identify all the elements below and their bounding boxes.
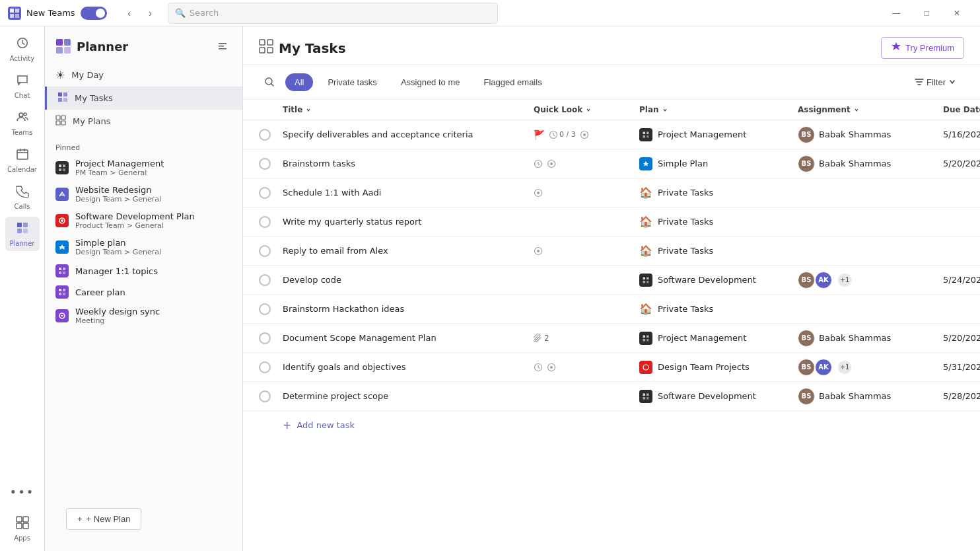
task-checkbox-7[interactable] bbox=[259, 303, 271, 315]
task-title-5[interactable]: Reply to email from Alex bbox=[283, 246, 534, 256]
nav-item-more[interactable]: ••• bbox=[5, 474, 40, 509]
tab-private[interactable]: Private tasks bbox=[318, 73, 386, 91]
sidebar-collapse-button[interactable] bbox=[213, 37, 232, 55]
tab-all[interactable]: All bbox=[285, 73, 313, 91]
new-teams-toggle[interactable] bbox=[81, 7, 107, 20]
nav-buttons: ‹ › bbox=[120, 4, 160, 22]
task-checkbox-4[interactable] bbox=[259, 216, 271, 228]
maximize-button[interactable]: □ bbox=[911, 0, 942, 26]
nav-item-chat[interactable]: Chat bbox=[5, 69, 40, 103]
avatar-9b: AK bbox=[815, 359, 832, 376]
pinned-item-wds[interactable]: Weekly design sync Meeting bbox=[45, 303, 242, 329]
task-title-6[interactable]: Develop code bbox=[283, 275, 534, 285]
task-title-8[interactable]: Document Scope Management Plan bbox=[283, 333, 534, 343]
pinned-section: Pinned Project Management PM Team > Gene… bbox=[45, 138, 242, 329]
task-title-10[interactable]: Determine project scope bbox=[283, 391, 534, 401]
apps-icon bbox=[16, 516, 29, 533]
planner-nav-icon bbox=[16, 221, 29, 238]
task-title-7[interactable]: Brainstorm Hackathon ideas bbox=[283, 304, 534, 314]
pinned-item-sp[interactable]: Simple plan Design Team > General bbox=[45, 234, 242, 260]
plan-name-7: Private Tasks bbox=[658, 304, 713, 314]
task-checkbox-2[interactable] bbox=[259, 158, 271, 170]
pinned-item-sdp[interactable]: Software Development Plan Product Team >… bbox=[45, 207, 242, 234]
clock-icon bbox=[549, 130, 558, 139]
settings-icon-1 bbox=[580, 130, 589, 139]
sidebar-item-my-tasks[interactable]: My Tasks bbox=[45, 87, 242, 110]
task-checkbox-6[interactable] bbox=[259, 274, 271, 286]
svg-rect-17 bbox=[56, 47, 63, 54]
svg-rect-37 bbox=[59, 272, 61, 274]
plan-cell-8: Project Management bbox=[639, 332, 798, 345]
task-checkbox-1[interactable] bbox=[259, 129, 271, 141]
sdp-name: Software Development Plan bbox=[75, 211, 195, 221]
nav-item-teams[interactable]: Teams bbox=[5, 106, 40, 140]
task-checkbox-9[interactable] bbox=[259, 361, 271, 373]
col-title[interactable]: Title bbox=[283, 105, 534, 114]
quick-look-3 bbox=[534, 188, 639, 198]
sidebar-item-my-day[interactable]: ☀ My Day bbox=[45, 63, 242, 87]
teams-label: Teams bbox=[12, 129, 33, 136]
svg-point-58 bbox=[550, 163, 553, 165]
nav-back-button[interactable]: ‹ bbox=[120, 4, 139, 22]
col-plan[interactable]: Plan bbox=[639, 105, 798, 114]
assignment-6: BS AK +1 bbox=[798, 272, 943, 289]
assignment-10: BS Babak Shammas bbox=[798, 388, 943, 405]
sp-sub: Design Team > General bbox=[75, 248, 161, 256]
col-assignment-label: Assignment bbox=[798, 105, 851, 114]
task-checkbox-5[interactable] bbox=[259, 245, 271, 257]
add-task-row[interactable]: + Add new task bbox=[243, 411, 980, 439]
sidebar-item-my-plans[interactable]: My Plans bbox=[45, 110, 242, 133]
col-duedate[interactable]: Due Date bbox=[943, 105, 980, 114]
new-plan-button[interactable]: + + New Plan bbox=[66, 508, 141, 530]
search-bar[interactable]: 🔍 Search bbox=[168, 3, 498, 24]
svg-rect-67 bbox=[643, 335, 646, 338]
pinned-item-pm[interactable]: Project Management PM Team > General bbox=[45, 155, 242, 181]
close-button[interactable]: ✕ bbox=[942, 0, 972, 26]
task-title-3[interactable]: Schedule 1:1 with Aadi bbox=[283, 188, 534, 198]
minimize-button[interactable]: — bbox=[881, 0, 911, 26]
avatar-2: BS bbox=[798, 155, 815, 172]
nav-item-calendar[interactable]: Calendar bbox=[5, 143, 40, 177]
task-checkbox-8[interactable] bbox=[259, 332, 271, 344]
svg-rect-39 bbox=[59, 289, 61, 291]
nav-item-planner[interactable]: Planner bbox=[5, 217, 40, 251]
table-row: Document Scope Management Plan 2 Project… bbox=[243, 324, 980, 353]
task-checkbox-10[interactable] bbox=[259, 390, 271, 402]
assignee-name-8: Babak Shammas bbox=[819, 333, 891, 343]
col-assignment[interactable]: Assignment bbox=[798, 105, 943, 114]
nav-forward-button[interactable]: › bbox=[141, 4, 160, 22]
due-date-1: 5/16/2024 bbox=[943, 129, 980, 139]
nav-item-apps[interactable]: Apps bbox=[5, 511, 40, 546]
svg-rect-10 bbox=[23, 229, 28, 233]
task-title-2[interactable]: Brainstorm tasks bbox=[283, 159, 534, 168]
title-bar-left: New Teams bbox=[8, 7, 107, 20]
col-quicklook[interactable]: Quick Look bbox=[534, 105, 639, 114]
try-premium-button[interactable]: Try Premium bbox=[881, 37, 964, 59]
svg-rect-66 bbox=[647, 281, 649, 283]
search-icon: 🔍 bbox=[175, 8, 186, 18]
task-title-4[interactable]: Write my quarterly status report bbox=[283, 217, 534, 227]
pinned-item-m11[interactable]: Manager 1:1 topics bbox=[45, 260, 242, 281]
nav-item-activity[interactable]: Activity bbox=[5, 32, 40, 66]
filter-button[interactable]: Filter bbox=[907, 73, 964, 91]
due-date-8: 5/20/2024 bbox=[943, 333, 980, 343]
avatar-1: BS bbox=[798, 126, 815, 143]
plan-cell-1: Project Management bbox=[639, 128, 798, 141]
task-checkbox-3[interactable] bbox=[259, 187, 271, 199]
plan-cell-4: 🏠 Private Tasks bbox=[639, 215, 798, 228]
pinned-item-wr[interactable]: Website Redesign Design Team > General bbox=[45, 181, 242, 207]
app-icon bbox=[8, 7, 21, 20]
table-row: Schedule 1:1 with Aadi 🏠 Private Tasks bbox=[243, 178, 980, 207]
svg-rect-40 bbox=[63, 289, 65, 291]
filter-search-button[interactable] bbox=[259, 71, 280, 92]
tab-flagged[interactable]: Flagged emails bbox=[474, 73, 551, 91]
svg-rect-68 bbox=[647, 335, 649, 338]
sort-icon bbox=[305, 106, 312, 113]
plan-name-9: Design Team Projects bbox=[658, 362, 750, 372]
sort-icon-plan bbox=[662, 106, 668, 113]
task-title-1[interactable]: Specify deliverables and acceptance crit… bbox=[283, 129, 534, 139]
nav-item-calls[interactable]: Calls bbox=[5, 180, 40, 214]
pinned-item-cp[interactable]: Career plan bbox=[45, 281, 242, 303]
tab-assigned[interactable]: Assigned to me bbox=[392, 73, 470, 91]
task-title-9[interactable]: Identify goals and objectives bbox=[283, 362, 534, 372]
